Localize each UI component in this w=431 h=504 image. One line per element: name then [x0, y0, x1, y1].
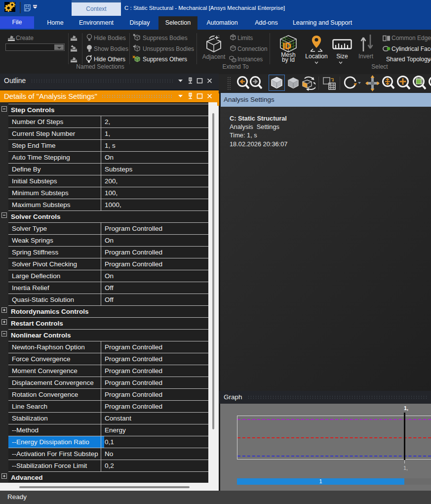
svg-text:ID: ID — [283, 42, 291, 51]
